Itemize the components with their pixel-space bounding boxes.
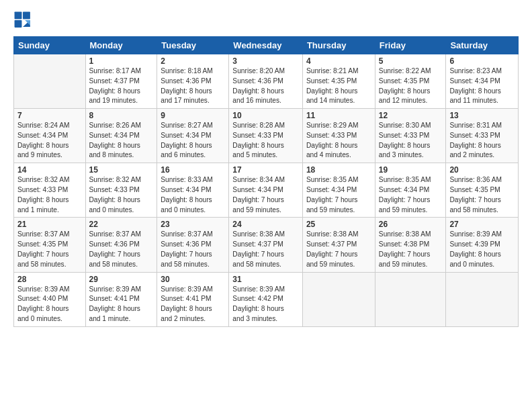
day-number: 3 — [232, 56, 299, 66]
day-info: Sunrise: 8:38 AM Sunset: 4:38 PM Dayligh… — [379, 230, 443, 269]
calendar-day-cell: 27Sunrise: 8:39 AM Sunset: 4:39 PM Dayli… — [446, 218, 519, 272]
calendar-day-cell: 7Sunrise: 8:24 AM Sunset: 4:34 PM Daylig… — [14, 109, 86, 163]
calendar-day-cell — [375, 272, 446, 326]
day-info: Sunrise: 8:38 AM Sunset: 4:37 PM Dayligh… — [306, 230, 371, 269]
calendar-day-cell: 12Sunrise: 8:30 AM Sunset: 4:33 PM Dayli… — [375, 109, 446, 163]
calendar-week-row: 14Sunrise: 8:32 AM Sunset: 4:33 PM Dayli… — [14, 163, 519, 218]
day-info: Sunrise: 8:39 AM Sunset: 4:41 PM Dayligh… — [89, 285, 154, 324]
day-number: 15 — [89, 165, 154, 175]
day-number: 2 — [161, 56, 225, 66]
day-number: 24 — [232, 220, 299, 229]
calendar-day-cell: 6Sunrise: 8:23 AM Sunset: 4:34 PM Daylig… — [446, 54, 519, 109]
day-number: 1 — [89, 56, 154, 66]
calendar-day-cell: 11Sunrise: 8:29 AM Sunset: 4:33 PM Dayli… — [302, 109, 375, 163]
calendar-day-cell: 18Sunrise: 8:35 AM Sunset: 4:34 PM Dayli… — [302, 163, 375, 218]
day-number: 12 — [379, 111, 443, 120]
day-number: 19 — [379, 165, 443, 175]
day-number: 20 — [449, 165, 515, 175]
calendar-header-tuesday: Tuesday — [157, 37, 229, 54]
calendar-day-cell: 30Sunrise: 8:39 AM Sunset: 4:41 PM Dayli… — [157, 272, 229, 326]
day-info: Sunrise: 8:31 AM Sunset: 4:33 PM Dayligh… — [449, 121, 515, 161]
day-info: Sunrise: 8:18 AM Sunset: 4:36 PM Dayligh… — [161, 66, 225, 106]
day-info: Sunrise: 8:23 AM Sunset: 4:34 PM Dayligh… — [449, 66, 515, 106]
day-info: Sunrise: 8:39 AM Sunset: 4:42 PM Dayligh… — [232, 285, 299, 324]
day-info: Sunrise: 8:34 AM Sunset: 4:34 PM Dayligh… — [232, 175, 299, 215]
calendar-day-cell: 13Sunrise: 8:31 AM Sunset: 4:33 PM Dayli… — [446, 109, 519, 163]
day-number: 18 — [306, 165, 371, 175]
svg-rect-0 — [15, 12, 22, 19]
calendar-day-cell — [14, 54, 86, 109]
calendar-header-wednesday: Wednesday — [229, 37, 303, 54]
day-number: 22 — [89, 220, 154, 229]
calendar-day-cell: 21Sunrise: 8:37 AM Sunset: 4:35 PM Dayli… — [14, 218, 86, 272]
calendar-day-cell: 5Sunrise: 8:22 AM Sunset: 4:35 PM Daylig… — [375, 54, 446, 109]
day-number: 4 — [306, 56, 371, 66]
calendar-day-cell — [446, 272, 519, 326]
day-info: Sunrise: 8:29 AM Sunset: 4:33 PM Dayligh… — [306, 121, 371, 161]
day-info: Sunrise: 8:28 AM Sunset: 4:33 PM Dayligh… — [232, 121, 299, 161]
calendar-header-sunday: Sunday — [14, 37, 86, 54]
day-info: Sunrise: 8:36 AM Sunset: 4:35 PM Dayligh… — [449, 175, 515, 215]
calendar-day-cell: 16Sunrise: 8:33 AM Sunset: 4:34 PM Dayli… — [157, 163, 229, 218]
calendar-week-row: 7Sunrise: 8:24 AM Sunset: 4:34 PM Daylig… — [14, 109, 519, 163]
calendar-week-row: 21Sunrise: 8:37 AM Sunset: 4:35 PM Dayli… — [14, 218, 519, 272]
calendar-day-cell: 2Sunrise: 8:18 AM Sunset: 4:36 PM Daylig… — [157, 54, 229, 109]
calendar-day-cell: 22Sunrise: 8:37 AM Sunset: 4:36 PM Dayli… — [85, 218, 157, 272]
calendar-day-cell: 24Sunrise: 8:38 AM Sunset: 4:37 PM Dayli… — [229, 218, 303, 272]
day-info: Sunrise: 8:37 AM Sunset: 4:35 PM Dayligh… — [17, 230, 82, 269]
day-info: Sunrise: 8:17 AM Sunset: 4:37 PM Dayligh… — [89, 66, 154, 106]
calendar-day-cell: 9Sunrise: 8:27 AM Sunset: 4:34 PM Daylig… — [157, 109, 229, 163]
day-number: 30 — [161, 275, 225, 284]
calendar-day-cell: 14Sunrise: 8:32 AM Sunset: 4:33 PM Dayli… — [14, 163, 86, 218]
calendar-day-cell — [302, 272, 375, 326]
calendar-header-row: SundayMondayTuesdayWednesdayThursdayFrid… — [14, 37, 519, 54]
day-number: 17 — [232, 165, 299, 175]
day-number: 5 — [379, 56, 443, 66]
day-number: 16 — [161, 165, 225, 175]
calendar-day-cell: 31Sunrise: 8:39 AM Sunset: 4:42 PM Dayli… — [229, 272, 303, 326]
day-info: Sunrise: 8:27 AM Sunset: 4:34 PM Dayligh… — [161, 121, 225, 161]
logo — [13, 11, 35, 30]
calendar-header-thursday: Thursday — [302, 37, 375, 54]
day-info: Sunrise: 8:35 AM Sunset: 4:34 PM Dayligh… — [379, 175, 443, 215]
calendar-week-row: 28Sunrise: 8:39 AM Sunset: 4:40 PM Dayli… — [14, 272, 519, 326]
day-number: 11 — [306, 111, 371, 120]
calendar-header-monday: Monday — [85, 37, 157, 54]
calendar-day-cell: 23Sunrise: 8:37 AM Sunset: 4:36 PM Dayli… — [157, 218, 229, 272]
calendar-header-saturday: Saturday — [446, 37, 519, 54]
day-number: 26 — [379, 220, 443, 229]
calendar-day-cell: 3Sunrise: 8:20 AM Sunset: 4:36 PM Daylig… — [229, 54, 303, 109]
day-info: Sunrise: 8:20 AM Sunset: 4:36 PM Dayligh… — [232, 66, 299, 106]
day-info: Sunrise: 8:39 AM Sunset: 4:41 PM Dayligh… — [161, 285, 225, 324]
day-number: 10 — [232, 111, 299, 120]
calendar-week-row: 1Sunrise: 8:17 AM Sunset: 4:37 PM Daylig… — [14, 54, 519, 109]
day-number: 27 — [449, 220, 515, 229]
calendar-day-cell: 20Sunrise: 8:36 AM Sunset: 4:35 PM Dayli… — [446, 163, 519, 218]
day-info: Sunrise: 8:24 AM Sunset: 4:34 PM Dayligh… — [17, 121, 82, 161]
day-info: Sunrise: 8:32 AM Sunset: 4:33 PM Dayligh… — [17, 175, 82, 215]
day-info: Sunrise: 8:39 AM Sunset: 4:40 PM Dayligh… — [17, 285, 82, 324]
day-info: Sunrise: 8:39 AM Sunset: 4:39 PM Dayligh… — [449, 230, 515, 269]
day-number: 14 — [17, 165, 82, 175]
page-header — [13, 11, 519, 30]
day-info: Sunrise: 8:37 AM Sunset: 4:36 PM Dayligh… — [89, 230, 154, 269]
day-info: Sunrise: 8:32 AM Sunset: 4:33 PM Dayligh… — [89, 175, 154, 215]
calendar-day-cell: 4Sunrise: 8:21 AM Sunset: 4:35 PM Daylig… — [302, 54, 375, 109]
day-number: 25 — [306, 220, 371, 229]
day-number: 9 — [161, 111, 225, 120]
day-number: 6 — [449, 56, 515, 66]
calendar-day-cell: 25Sunrise: 8:38 AM Sunset: 4:37 PM Dayli… — [302, 218, 375, 272]
calendar-day-cell: 1Sunrise: 8:17 AM Sunset: 4:37 PM Daylig… — [85, 54, 157, 109]
day-number: 8 — [89, 111, 154, 120]
calendar-day-cell: 17Sunrise: 8:34 AM Sunset: 4:34 PM Dayli… — [229, 163, 303, 218]
calendar-day-cell: 19Sunrise: 8:35 AM Sunset: 4:34 PM Dayli… — [375, 163, 446, 218]
day-info: Sunrise: 8:33 AM Sunset: 4:34 PM Dayligh… — [161, 175, 225, 215]
calendar-table: SundayMondayTuesdayWednesdayThursdayFrid… — [13, 36, 519, 327]
day-number: 29 — [89, 275, 154, 284]
day-number: 21 — [17, 220, 82, 229]
day-info: Sunrise: 8:38 AM Sunset: 4:37 PM Dayligh… — [232, 230, 299, 269]
day-info: Sunrise: 8:21 AM Sunset: 4:35 PM Dayligh… — [306, 66, 371, 106]
logo-icon — [13, 11, 32, 30]
calendar-header-friday: Friday — [375, 37, 446, 54]
calendar-day-cell: 26Sunrise: 8:38 AM Sunset: 4:38 PM Dayli… — [375, 218, 446, 272]
